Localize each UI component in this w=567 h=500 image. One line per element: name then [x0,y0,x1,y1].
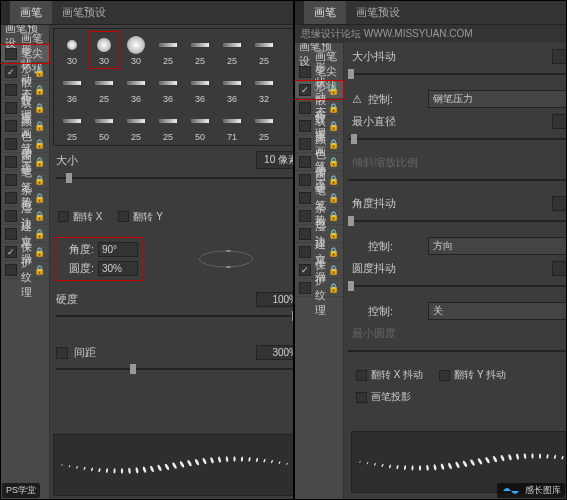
angle-input[interactable]: 90° [98,242,138,257]
option-checkbox[interactable] [299,264,311,276]
angle-jitter-input[interactable]: 0% [552,196,566,211]
brush-6[interactable]: 25 [249,32,279,68]
brush-8[interactable]: 25 [89,70,119,106]
brush-20[interactable]: 25 [249,108,279,144]
brush-3[interactable]: 25 [153,32,183,68]
option-checkbox[interactable] [5,264,17,276]
brush-12[interactable]: 36 [217,70,247,106]
option-checkbox[interactable] [299,138,311,150]
brush-0[interactable]: 30 [57,32,87,68]
brush-17[interactable]: 25 [153,108,183,144]
min-dia-label: 最小直径 [352,114,406,129]
round-jitter-input[interactable]: 0% [552,261,566,276]
option-checkbox[interactable] [299,156,311,168]
option-checkbox[interactable] [5,48,17,60]
brush-19[interactable]: 71 [217,108,247,144]
angle-widget[interactable] [199,250,253,266]
brush-9[interactable]: 36 [121,70,151,106]
spacing-input[interactable]: 300% [256,345,293,360]
option-checkbox[interactable] [5,66,17,78]
size-input[interactable]: 10 像素 [256,151,293,169]
brush-5[interactable]: 25 [217,32,247,68]
spacing-row: 间距 300% [50,343,293,362]
svg-point-58 [554,455,557,460]
svg-point-2 [76,466,78,469]
brush-11[interactable]: 36 [185,70,215,106]
option-checkbox[interactable] [299,282,311,294]
brush-4[interactable]: 25 [185,32,215,68]
brush-16[interactable]: 25 [121,108,151,144]
min-dia-slider[interactable] [348,132,566,152]
svg-point-7 [113,468,116,473]
tab-brush-r[interactable]: 画笔 [304,1,346,24]
round-input[interactable]: 30% [98,261,138,276]
watermark-site: 思缘设计论坛 WWW.MISSYUAN.COM [301,27,473,41]
svg-point-56 [539,453,542,458]
brush-projection[interactable]: 画笔投影 [356,390,411,404]
option-checkbox[interactable] [5,156,17,168]
option-checkbox[interactable] [5,102,17,114]
option-checkbox[interactable] [5,246,17,258]
tab-preset[interactable]: 画笔预设 [52,1,116,24]
ctrl-select-off[interactable]: 关▾ [428,302,566,320]
option-checkbox[interactable] [5,84,17,96]
option-13[interactable]: 保护纹理🔒 [1,261,49,279]
option-checkbox[interactable] [299,174,311,186]
brush-7[interactable]: 36 [57,70,87,106]
brush-size-label: 25 [99,94,109,104]
round-label: 圆度: [60,261,94,276]
brush-size-label: 25 [131,132,141,142]
ctrl-select-dir[interactable]: 方向▾ [428,237,566,255]
option-checkbox[interactable] [299,66,311,78]
svg-point-6 [106,468,109,473]
brush-size-label: 25 [163,132,173,142]
option-checkbox[interactable] [5,192,17,204]
size-jitter-input[interactable]: 0% [552,49,566,64]
brush-size-label: 50 [195,132,205,142]
flip-y-jitter[interactable]: 翻转 Y 抖动 [439,368,506,382]
size-slider[interactable] [56,171,293,206]
flip-x[interactable]: 翻转 X [58,210,102,224]
brush-15[interactable]: 50 [89,108,119,144]
hardness-input[interactable]: 100% [256,292,293,307]
round-jitter-slider[interactable] [348,279,566,299]
brush-18[interactable]: 50 [185,108,215,144]
brush-2[interactable]: 30 [121,32,151,68]
spacing-slider[interactable] [56,362,293,397]
option-checkbox[interactable] [5,138,17,150]
flip-y[interactable]: 翻转 Y [118,210,162,224]
hardness-slider[interactable] [56,309,293,344]
tab-brush[interactable]: 画笔 [10,1,52,24]
option-checkbox[interactable] [299,102,311,114]
option-checkbox[interactable] [5,120,17,132]
content-left: 3030302525252536253636363632255025255071… [50,25,293,499]
svg-point-53 [516,453,520,460]
sidebar-left: 画笔预设画笔笔尖形状形状动态🔒散布🔒纹理🔒双重画笔🔒颜色动态🔒传递🔒画笔笔势🔒杂… [1,25,50,499]
angle-jitter-slider[interactable] [348,214,566,234]
option-checkbox[interactable] [299,84,311,96]
option-checkbox[interactable] [5,228,17,240]
tab-preset-r[interactable]: 画笔预设 [346,1,410,24]
option-checkbox[interactable] [299,210,311,222]
size-jitter-slider[interactable] [348,67,566,87]
option-checkbox[interactable] [299,228,311,240]
option-13[interactable]: 保护纹理🔒 [295,279,343,297]
brush-10[interactable]: 36 [153,70,183,106]
brush-13[interactable]: 32 [249,70,279,106]
brush-14[interactable]: 25 [57,108,87,144]
option-checkbox[interactable] [299,192,311,204]
brush-1[interactable]: 30 [89,32,119,68]
lock-icon: 🔒 [34,193,45,203]
option-checkbox[interactable] [299,120,311,132]
min-dia-input[interactable]: 1% [552,114,566,129]
spacing-checkbox[interactable] [56,347,68,359]
svg-point-20 [210,457,215,464]
flip-x-jitter[interactable]: 翻转 X 抖动 [356,368,423,382]
svg-point-14 [164,463,170,470]
option-checkbox[interactable] [5,210,17,222]
svg-point-28 [271,460,274,464]
option-checkbox[interactable] [299,246,311,258]
option-checkbox[interactable] [5,174,17,186]
tabs-left: 画笔 画笔预设 [1,1,293,25]
ctrl-select-pen[interactable]: 钢笔压力▾ [428,90,566,108]
